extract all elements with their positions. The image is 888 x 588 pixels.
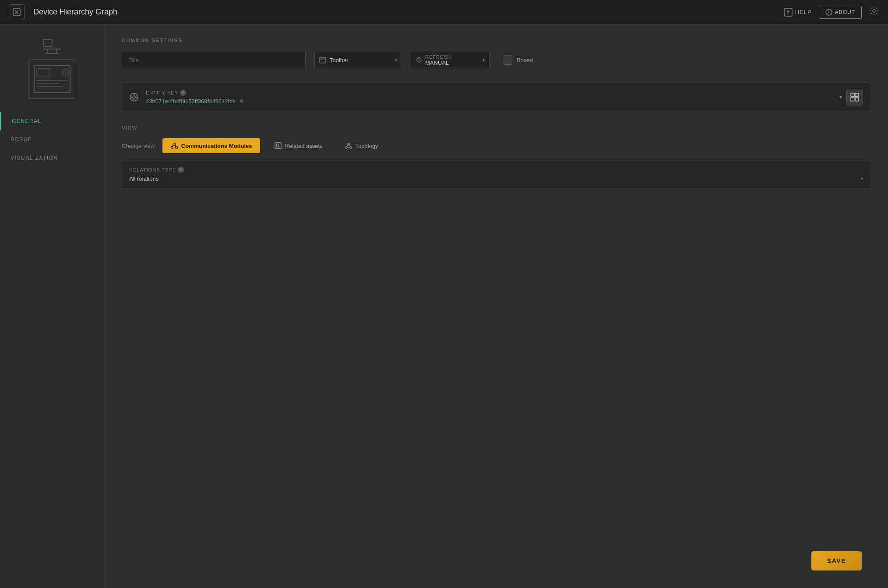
entity-select-button[interactable] <box>846 89 863 105</box>
calendar-icon <box>319 56 326 63</box>
svg-point-41 <box>348 143 349 145</box>
entity-key-label-text: Entity Key <box>146 90 178 95</box>
change-view-row: Change view: Communications Modules <box>122 138 870 153</box>
tab-topology-label: Topology <box>356 143 378 149</box>
relations-info-icon: * <box>178 167 184 173</box>
relations-section: Relations type * All relations ▾ <box>122 160 870 189</box>
refresh-label: Refresh <box>425 54 480 60</box>
help-button[interactable]: ? HELP <box>784 8 812 17</box>
svg-rect-14 <box>37 68 50 77</box>
svg-point-35 <box>175 147 177 149</box>
save-button[interactable]: SAVE <box>811 551 862 570</box>
widget-small-icon <box>39 33 65 60</box>
sidebar-nav: GENERAL POPUP VISUALIZATION <box>0 112 104 167</box>
refresh-icon <box>416 56 423 63</box>
boxed-label: Boxed <box>517 57 533 63</box>
svg-rect-13 <box>34 66 70 93</box>
svg-text:i: i <box>828 10 830 15</box>
svg-rect-8 <box>43 39 52 46</box>
refresh-value: MANUAL <box>425 60 480 66</box>
svg-line-37 <box>175 145 176 147</box>
svg-point-34 <box>171 147 173 149</box>
svg-line-36 <box>173 145 173 147</box>
related-assets-icon <box>274 142 282 150</box>
svg-point-24 <box>133 96 135 98</box>
widget-preview-icon <box>28 60 76 99</box>
svg-point-43 <box>350 147 352 148</box>
relations-value: All relations <box>129 175 159 182</box>
refresh-group: Refresh MANUAL ▾ <box>411 51 490 69</box>
sidebar-icon-area <box>28 33 76 99</box>
main-layout: GENERAL POPUP VISUALIZATION COMMON SETTI… <box>0 24 888 588</box>
sidebar-item-popup[interactable]: POPUP <box>0 130 104 149</box>
svg-point-33 <box>173 143 176 146</box>
entity-key-info-icon: * <box>180 90 186 96</box>
common-settings-row: Toolbar Show Hide ▾ Refresh MANUAL <box>122 51 870 69</box>
info-circle-icon: i <box>825 9 832 16</box>
toolbar-select-wrap: Toolbar Show Hide ▾ <box>314 51 402 69</box>
refresh-chevron-icon: ▾ <box>483 58 485 63</box>
tab-related-assets[interactable]: Related assets <box>266 138 331 153</box>
title-input[interactable] <box>122 51 306 69</box>
svg-rect-39 <box>276 144 278 146</box>
view-section: VIEW Change view: Communications Modules <box>122 125 870 189</box>
top-bar: Device Hierarchy Graph ? HELP i ABOUT <box>0 0 888 24</box>
content-area: COMMON SETTINGS Toolbar Show Hide ▾ <box>104 24 888 588</box>
svg-text:?: ? <box>786 10 790 16</box>
boxed-group: Boxed <box>503 55 533 65</box>
entity-settings-icon <box>129 92 139 102</box>
svg-line-44 <box>346 145 349 147</box>
save-btn-wrap: SAVE <box>811 551 862 570</box>
entity-key-dropdown-icon[interactable]: ▾ <box>839 94 842 100</box>
toolbar-select[interactable]: Toolbar Show Hide <box>330 57 391 63</box>
settings-icon[interactable] <box>869 6 879 18</box>
change-view-label: Change view: <box>122 143 156 149</box>
entity-key-inner: Entity Key * 43b071e4fb4ff9153ff369f4436… <box>146 90 832 105</box>
svg-rect-31 <box>851 98 854 101</box>
sidebar-item-general[interactable]: GENERAL <box>0 112 104 130</box>
svg-point-42 <box>345 147 347 148</box>
view-section-label: VIEW <box>122 125 870 130</box>
relations-label-text: Relations type <box>129 167 176 172</box>
communications-icon <box>170 142 178 150</box>
svg-rect-19 <box>320 57 326 63</box>
top-bar-actions: ? HELP i ABOUT <box>784 6 879 19</box>
tab-communications-modules[interactable]: Communications Modules <box>162 138 260 153</box>
svg-rect-30 <box>855 93 859 97</box>
tab-topology[interactable]: Topology <box>337 138 386 153</box>
svg-rect-32 <box>855 98 859 101</box>
boxed-checkbox[interactable] <box>503 55 512 65</box>
svg-rect-38 <box>275 143 281 149</box>
common-settings-label: COMMON SETTINGS <box>122 38 870 43</box>
relations-chevron-icon[interactable]: ▾ <box>861 176 863 181</box>
tab-related-assets-label: Related assets <box>285 143 323 149</box>
topology-icon <box>345 142 352 150</box>
toolbar-chevron-icon: ▾ <box>395 58 397 63</box>
about-button[interactable]: i ABOUT <box>819 6 862 19</box>
entity-key-value: 43b071e4fb4ff9153ff369f443612fbc <box>146 98 236 105</box>
entity-key-section: Entity Key * 43b071e4fb4ff9153ff369f4436… <box>122 82 870 112</box>
entity-key-right: ▾ <box>839 89 863 105</box>
entity-select-icon <box>850 93 859 102</box>
page-title: Device Hierarchy Graph <box>33 7 784 17</box>
tab-communications-label: Communications Modules <box>181 143 252 149</box>
help-icon: ? <box>784 8 793 17</box>
sidebar-item-visualization[interactable]: VISUALIZATION <box>0 149 104 167</box>
sidebar: GENERAL POPUP VISUALIZATION <box>0 24 104 588</box>
svg-rect-29 <box>851 93 854 97</box>
entity-key-clear-button[interactable]: ✕ <box>239 98 244 105</box>
close-button[interactable] <box>9 4 25 20</box>
svg-line-45 <box>349 145 351 147</box>
svg-point-7 <box>873 10 875 12</box>
